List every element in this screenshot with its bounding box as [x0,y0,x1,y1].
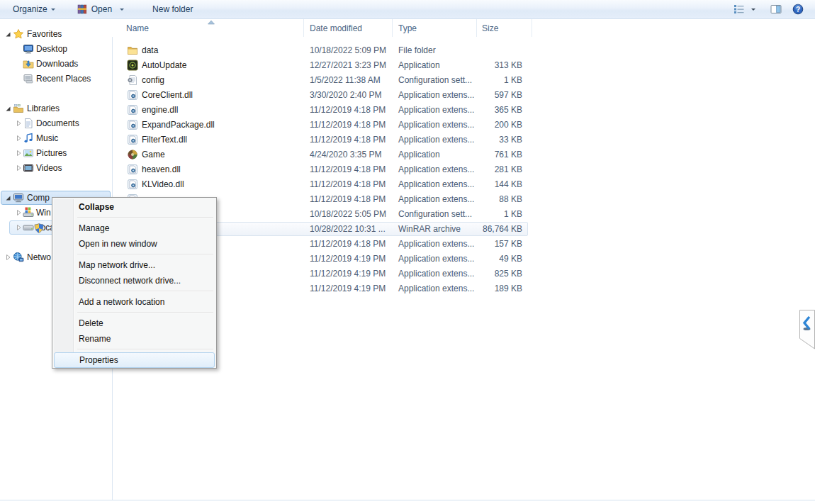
column-header-name[interactable]: Name [126,23,149,33]
expander-icon[interactable] [4,194,12,202]
file-row-expandpackage-dll[interactable]: ExpandPackage.dll 11/12/2019 4:18 PM App… [112,118,658,133]
sidebar-item-label: Comp [27,193,50,203]
star-icon [13,28,24,40]
column-header-size[interactable]: Size [482,23,498,33]
menu-item-delete[interactable]: Delete [54,315,215,331]
expander-icon[interactable] [4,253,12,262]
file-name: FilterText.dll [142,135,187,145]
sidebar-item-label: Libraries [27,103,60,113]
organize-button[interactable]: Organize [9,1,60,18]
expander-icon[interactable] [4,104,12,113]
file-name: ExpandPackage.dll [142,120,215,130]
views-dropdown-arrow-icon[interactable] [751,9,755,13]
file-row-game[interactable]: Game 4/24/2020 3:35 PM Application 761 K… [112,147,658,162]
sidebar-item-label: Desktop [36,44,67,54]
sidebar-item-pictures[interactable]: Pictures [0,146,112,161]
windows-drive-icon [23,207,34,218]
pictures-icon [23,147,34,159]
menu-item-add-a-network-location[interactable]: Add a network location [54,294,215,310]
file-size: 189 KB [431,284,522,293]
menu-item-open-in-new-window[interactable]: Open in new window [54,236,215,252]
expander-icon[interactable] [14,223,23,232]
expander-icon[interactable] [14,208,23,217]
column-header-row: Name Date modified Type Size [112,19,815,37]
file-date-modified: 11/12/2019 4:19 PM [310,254,386,264]
panel-toggle-tab[interactable] [799,310,815,349]
file-date-modified: 10/28/2022 10:31 ... [310,224,386,234]
file-date-modified: 12/27/2021 3:23 PM [310,60,386,70]
file-date-modified: 11/12/2019 4:19 PM [310,269,386,279]
file-size: 281 KB [431,164,522,174]
file-date-modified: 3/30/2020 2:40 PM [310,90,381,100]
sidebar-item-favorites[interactable]: Favorites [0,27,112,42]
dll-icon [127,89,138,101]
window-bottom-border [0,500,815,500]
sidebar-item-label: Netwo [27,252,51,262]
sidebar-item-music[interactable]: Music [0,131,112,146]
file-date-modified: 11/12/2019 4:18 PM [310,179,386,189]
expander-icon[interactable] [4,30,12,38]
file-row-coreclient-dll[interactable]: CoreClient.dll 3/30/2020 2:40 PM Applica… [112,88,658,103]
expander-icon[interactable] [14,149,23,157]
views-icon[interactable] [734,4,745,15]
file-size: 365 KB [431,105,522,115]
column-divider[interactable] [476,19,477,37]
menu-item-map-network-drive[interactable]: Map network drive... [54,257,215,273]
menu-item-label: Delete [79,318,103,328]
help-icon[interactable]: ? [792,4,804,15]
sidebar-item-recent-places[interactable]: Recent Places [0,72,112,86]
file-row-config[interactable]: config 1/5/2022 11:38 AM Configuration s… [112,73,658,88]
file-size: 157 KB [431,239,522,249]
column-divider[interactable] [392,19,393,37]
menu-item-label: Map network drive... [79,260,155,270]
file-name: CoreClient.dll [142,90,193,100]
chevron-down-icon [120,9,124,13]
column-divider[interactable] [532,19,532,37]
file-size: 1 KB [431,209,522,219]
menu-item-label: Open in new window [79,239,157,249]
dll-icon [127,104,138,116]
open-button[interactable]: Open [72,1,128,18]
sidebar-item-label: Win [36,208,51,218]
preview-pane-icon[interactable] [770,4,782,15]
menu-item-label: Add a network location [79,297,164,307]
music-icon [23,133,34,144]
file-row-klvideo-dll[interactable]: KLVideo.dll 11/12/2019 4:18 PM Applicati… [112,177,658,192]
file-row-filtertext-dll[interactable]: FilterText.dll 11/12/2019 4:18 PM Applic… [112,133,658,147]
organize-button-label: Organize [13,4,47,14]
dll-icon [127,134,138,145]
expander-icon[interactable] [14,119,23,128]
column-header-type[interactable]: Type [398,23,417,33]
file-date-modified: 10/18/2022 5:09 PM [310,45,386,55]
downloads-icon [23,58,34,69]
new-folder-button[interactable]: New folder [148,1,197,18]
expander-icon[interactable] [14,164,23,172]
menu-item-collapse[interactable]: Collapse [54,199,215,215]
file-date-modified: 11/12/2019 4:18 PM [310,120,386,130]
menu-item-properties[interactable]: Properties [54,352,215,368]
desktop-icon [23,43,34,55]
column-header-date-modified[interactable]: Date modified [310,23,362,33]
file-date-modified: 10/18/2022 5:05 PM [310,209,386,219]
column-divider[interactable] [303,19,304,37]
file-date-modified: 11/12/2019 4:18 PM [310,135,386,145]
menu-item-manage[interactable]: Manage [54,220,215,236]
menu-item-rename[interactable]: Rename [54,331,215,347]
computer-icon [13,192,24,203]
sidebar-item-documents[interactable]: Documents [0,116,112,131]
toolbar-right-group: ? [734,4,804,15]
file-row-data[interactable]: data 10/18/2022 5:09 PM File folder [112,43,658,58]
file-row-autoupdate[interactable]: AutoUpdate 12/27/2021 3:23 PM Applicatio… [112,58,658,73]
context-menu: Collapse Manage Open in new window Map n… [52,197,217,369]
sidebar-item-desktop[interactable]: Desktop [0,42,112,57]
videos-icon [23,162,34,174]
file-row-engine-dll[interactable]: engine.dll 11/12/2019 4:18 PM Applicatio… [112,103,658,118]
open-button-label: Open [91,4,112,14]
menu-item-disconnect-network-drive[interactable]: Disconnect network drive... [54,273,215,289]
menu-item-label: Properties [79,355,118,365]
sidebar-item-videos[interactable]: Videos [0,161,112,176]
sidebar-item-downloads[interactable]: Downloads [0,57,112,72]
sidebar-item-libraries[interactable]: Libraries [0,101,112,116]
file-row-heaven-dll[interactable]: heaven.dll 11/12/2019 4:18 PM Applicatio… [112,162,658,177]
expander-icon[interactable] [14,134,23,142]
